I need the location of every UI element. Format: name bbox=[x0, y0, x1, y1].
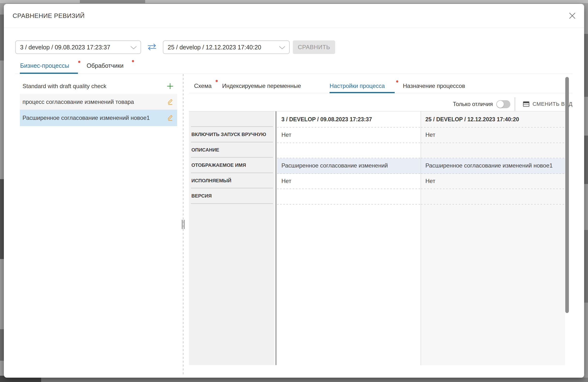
backdrop-right-block-3 bbox=[584, 230, 588, 303]
chevron-down-icon bbox=[279, 46, 285, 50]
toolbar-divider bbox=[515, 97, 515, 111]
value-cell-b: Нет bbox=[421, 174, 565, 189]
label-row-separator bbox=[191, 126, 273, 127]
only-differences-label: Только отличия bbox=[453, 101, 493, 107]
property-label: ОТОБРАЖАЕМОЕ ИМЯ bbox=[191, 158, 273, 174]
panel-resize-handle[interactable] bbox=[184, 220, 185, 229]
row-separator bbox=[277, 204, 420, 205]
process-name: Расширенное согласование изменений новое… bbox=[20, 114, 150, 121]
revision-b-value: 25 / develop / 12.12.2023 17:40:20 bbox=[168, 44, 261, 51]
layout-icon bbox=[523, 101, 529, 107]
table-top-border bbox=[189, 111, 565, 111]
backdrop-right-block-1 bbox=[584, 34, 588, 97]
revision-b-select[interactable]: 25 / develop / 12.12.2023 17:40:20 bbox=[163, 41, 290, 54]
process-name: Standard with draft quality check bbox=[20, 83, 106, 89]
backdrop-left-block-3 bbox=[0, 329, 4, 361]
unsaved-changes-dot bbox=[216, 80, 218, 82]
property-label: ВКЛЮЧИТЬ ЗАПУСК ВРУЧНУЮ bbox=[191, 127, 273, 143]
label-row-separator bbox=[191, 173, 273, 173]
unsaved-changes-dot bbox=[132, 60, 134, 62]
label-row-separator bbox=[191, 203, 273, 204]
label-row-separator bbox=[191, 157, 273, 158]
property-label: ИСПОЛНЯЕМЫЙ bbox=[191, 174, 273, 189]
value-cell-a: Нет bbox=[277, 174, 420, 189]
add-icon[interactable] bbox=[167, 83, 174, 90]
row-separator bbox=[421, 158, 565, 158]
close-icon[interactable] bbox=[568, 12, 576, 20]
backdrop-left-block-1 bbox=[0, 15, 4, 61]
row-separator bbox=[277, 158, 420, 158]
tab-process-assignment[interactable]: Назначение процессов bbox=[403, 82, 465, 89]
process-list-item[interactable]: Расширенное согласование изменений новое… bbox=[20, 110, 177, 126]
row-separator bbox=[421, 189, 565, 189]
revision-b-column-header: 25 / DEVELOP / 12.12.2023 17:40:20 bbox=[425, 116, 519, 123]
compare-button[interactable]: СРАВНИТЬ bbox=[293, 41, 335, 54]
tab-indexed-variables[interactable]: Индексируемые переменные bbox=[222, 82, 301, 89]
only-differences-toggle[interactable] bbox=[496, 100, 510, 108]
active-tab-underline bbox=[20, 73, 78, 74]
value-cell-a bbox=[277, 189, 420, 205]
dialog-header: СРАВНЕНИЕ РЕВИЗИЙ bbox=[4, 4, 584, 28]
row-separator bbox=[421, 143, 565, 143]
row-separator bbox=[277, 173, 420, 174]
tab-schema[interactable]: Схема bbox=[194, 82, 211, 89]
backdrop-right-block-2 bbox=[584, 136, 588, 184]
tab-process-settings[interactable]: Настройки процесса bbox=[330, 82, 385, 89]
revision-comparison-dialog: СРАВНЕНИЕ РЕВИЗИЙ 3 / develop / 09.08.20… bbox=[4, 4, 584, 378]
unsaved-changes-dot bbox=[396, 80, 398, 83]
label-column-divider bbox=[275, 111, 276, 365]
value-cell-b: Расширенное согласование изменений новое… bbox=[421, 158, 565, 174]
table-toolbar: Только отличия СМЕНИТЬ ВИД bbox=[367, 97, 572, 111]
revision-a-select[interactable]: 3 / develop / 09.08.2023 17:23:37 bbox=[15, 41, 141, 54]
value-cell-b bbox=[421, 143, 565, 159]
panel-resize-handle[interactable] bbox=[182, 220, 183, 229]
property-label: ВЕРСИЯ bbox=[191, 189, 273, 205]
row-separator bbox=[421, 204, 565, 205]
label-row-separator bbox=[191, 142, 273, 142]
row-separator bbox=[277, 189, 420, 189]
row-separator bbox=[277, 143, 420, 143]
tab-business-processes[interactable]: Бизнес-процессы bbox=[20, 62, 69, 69]
swap-revisions-icon[interactable] bbox=[147, 43, 157, 51]
value-cell-a bbox=[277, 143, 420, 159]
backdrop-top-block bbox=[80, 0, 145, 3]
vertical-scrollbar-thumb[interactable] bbox=[565, 77, 569, 313]
tab-bar-border bbox=[15, 74, 572, 74]
unsaved-changes-dot bbox=[78, 61, 80, 63]
value-cell-b bbox=[421, 189, 565, 205]
backdrop-bottom-strip bbox=[0, 378, 588, 382]
chevron-down-icon bbox=[130, 46, 137, 50]
row-separator bbox=[421, 173, 565, 174]
label-row-separator bbox=[191, 188, 273, 188]
edit-icon[interactable] bbox=[167, 114, 174, 122]
revision-a-value: 3 / develop / 09.08.2023 17:23:37 bbox=[20, 44, 110, 51]
row-separator bbox=[421, 127, 565, 127]
tab-handlers[interactable]: Обработчики bbox=[87, 62, 124, 69]
comparison-table: 3 / DEVELOP / 09.08.2023 17:23:37 25 / D… bbox=[189, 111, 565, 365]
backdrop-left-block-2 bbox=[0, 179, 4, 259]
value-cell-a: Расширенное согласование изменений bbox=[277, 158, 420, 174]
process-list-item[interactable]: Standard with draft quality check bbox=[20, 78, 177, 94]
toggle-knob bbox=[497, 101, 504, 108]
right-active-tab-underline bbox=[330, 92, 395, 93]
panel-split-divider bbox=[183, 74, 183, 375]
row-separator bbox=[277, 127, 420, 127]
process-list-item[interactable]: процесс согласование изменений товара bbox=[20, 94, 177, 110]
value-cell-a: Нет bbox=[277, 127, 420, 143]
property-label: ОПИСАНИЕ bbox=[191, 143, 273, 159]
value-cell-b: Нет bbox=[421, 127, 565, 143]
revision-a-column-header: 3 / DEVELOP / 09.08.2023 17:23:37 bbox=[281, 116, 372, 123]
screen: { "window": { "title": "СРАВНЕНИЕ РЕВИЗИ… bbox=[0, 0, 588, 382]
process-name: процесс согласование изменений товара bbox=[20, 99, 134, 105]
dialog-title: СРАВНЕНИЕ РЕВИЗИЙ bbox=[13, 12, 85, 20]
edit-icon[interactable] bbox=[167, 98, 174, 106]
